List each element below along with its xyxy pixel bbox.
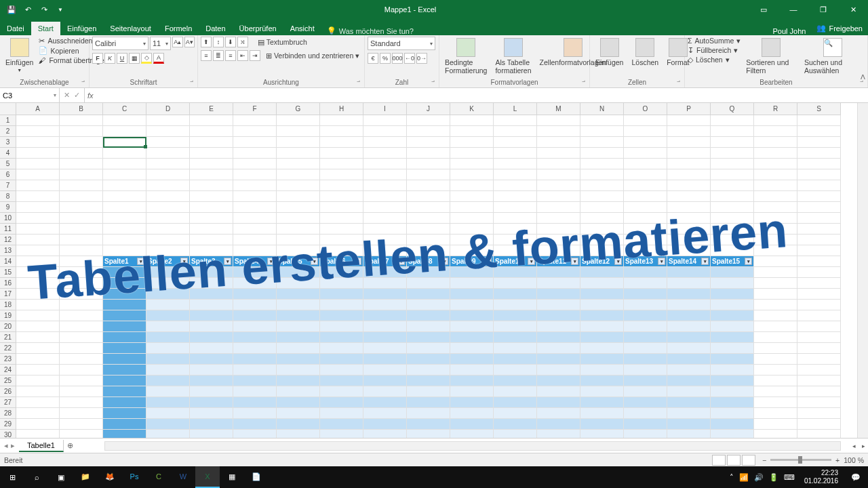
cell[interactable] <box>797 115 841 126</box>
table-body-cell[interactable] <box>537 343 580 354</box>
cell[interactable] <box>797 354 841 365</box>
row-header[interactable]: 18 <box>0 300 16 310</box>
cell[interactable] <box>580 191 624 202</box>
cell[interactable] <box>16 375 60 386</box>
column-header[interactable]: M <box>537 103 580 115</box>
close-icon[interactable]: ✕ <box>838 0 868 19</box>
cell[interactable] <box>407 202 450 213</box>
cell[interactable] <box>754 386 797 397</box>
cell[interactable] <box>146 169 190 180</box>
orientation-icon[interactable]: ⤭ <box>237 37 248 47</box>
cell[interactable] <box>580 202 624 213</box>
cell[interactable] <box>797 245 841 256</box>
italic-button[interactable]: K <box>104 53 115 64</box>
cell[interactable] <box>624 137 667 148</box>
table-body-cell[interactable] <box>450 397 494 408</box>
autosum-button[interactable]: Σ AutoSumme ▾ <box>688 37 741 45</box>
cell[interactable] <box>624 148 667 159</box>
cell[interactable] <box>711 148 754 159</box>
table-body-cell[interactable] <box>277 321 320 332</box>
cell[interactable] <box>624 191 667 202</box>
cell[interactable] <box>233 115 277 126</box>
table-body-cell[interactable] <box>537 375 580 386</box>
cell[interactable] <box>797 397 841 408</box>
font-color-button[interactable]: A <box>153 53 164 64</box>
tell-me-search[interactable]: 💡 Was möchten Sie tun? <box>321 26 419 35</box>
cell[interactable] <box>667 115 711 126</box>
table-body-cell[interactable] <box>277 343 320 354</box>
table-body-cell[interactable] <box>190 343 233 354</box>
table-body-cell[interactable] <box>494 310 537 321</box>
table-body-cell[interactable] <box>233 300 277 310</box>
table-body-cell[interactable] <box>711 386 754 397</box>
table-body-cell[interactable] <box>407 332 450 343</box>
cell[interactable] <box>754 354 797 365</box>
cell[interactable] <box>103 224 146 235</box>
cell[interactable] <box>277 159 320 169</box>
table-body-cell[interactable] <box>580 408 624 419</box>
table-body-cell[interactable] <box>407 419 450 430</box>
cell[interactable] <box>754 408 797 419</box>
cell[interactable] <box>407 159 450 169</box>
hscroll-left-icon[interactable]: ◂ <box>849 443 859 449</box>
zoom-slider[interactable] <box>770 459 831 461</box>
table-body-cell[interactable] <box>667 375 711 386</box>
cell[interactable] <box>363 169 407 180</box>
cell[interactable] <box>233 159 277 169</box>
table-body-cell[interactable] <box>667 300 711 310</box>
cell[interactable] <box>60 332 103 343</box>
cell[interactable] <box>363 115 407 126</box>
tab-insert[interactable]: Einfügen <box>60 22 103 35</box>
table-body-cell[interactable] <box>407 397 450 408</box>
row-header[interactable]: 2 <box>0 126 16 137</box>
table-body-cell[interactable] <box>277 310 320 321</box>
cell[interactable] <box>797 180 841 191</box>
row-header[interactable]: 29 <box>0 419 16 430</box>
cell[interactable] <box>233 148 277 159</box>
cell[interactable] <box>407 137 450 148</box>
table-body-cell[interactable] <box>624 375 667 386</box>
system-tray[interactable]: ˄ 📶 🔊 🔋 ⌨ <box>726 473 799 482</box>
table-body-cell[interactable] <box>103 419 146 430</box>
cell[interactable] <box>320 213 363 224</box>
cell[interactable] <box>146 202 190 213</box>
cell[interactable] <box>754 375 797 386</box>
align-middle-icon[interactable]: ↕ <box>213 37 224 47</box>
table-body-cell[interactable] <box>450 430 494 438</box>
row-header[interactable]: 25 <box>0 375 16 386</box>
taskbar-clock[interactable]: 22:2301.02.2016 <box>799 469 844 485</box>
align-top-icon[interactable]: ⬆ <box>201 37 212 47</box>
table-body-cell[interactable] <box>711 321 754 332</box>
table-body-cell[interactable] <box>233 310 277 321</box>
table-body-cell[interactable] <box>320 343 363 354</box>
row-header[interactable]: 12 <box>0 235 16 245</box>
cell[interactable] <box>797 289 841 300</box>
cell[interactable] <box>190 202 233 213</box>
cell[interactable] <box>146 115 190 126</box>
table-body-cell[interactable] <box>103 321 146 332</box>
table-body-cell[interactable] <box>580 300 624 310</box>
row-header[interactable]: 20 <box>0 321 16 332</box>
cell[interactable] <box>754 267 797 278</box>
table-body-cell[interactable] <box>190 310 233 321</box>
cell[interactable] <box>103 148 146 159</box>
table-body-cell[interactable] <box>190 386 233 397</box>
table-body-cell[interactable] <box>450 375 494 386</box>
row-header[interactable]: 10 <box>0 213 16 224</box>
row-header[interactable]: 28 <box>0 408 16 419</box>
table-body-cell[interactable] <box>537 321 580 332</box>
table-body-cell[interactable] <box>537 397 580 408</box>
wrap-text-button[interactable]: ▤ Textumbruch <box>258 38 307 46</box>
photoshop-icon[interactable]: Ps <box>122 466 146 488</box>
cell[interactable] <box>146 213 190 224</box>
table-body-cell[interactable] <box>233 397 277 408</box>
table-body-cell[interactable] <box>711 397 754 408</box>
table-body-cell[interactable] <box>580 375 624 386</box>
table-body-cell[interactable] <box>233 343 277 354</box>
table-body-cell[interactable] <box>190 397 233 408</box>
table-body-cell[interactable] <box>277 408 320 419</box>
increase-font-icon[interactable]: A▴ <box>172 37 182 47</box>
excel-icon[interactable]: X <box>195 466 220 488</box>
table-body-cell[interactable] <box>320 386 363 397</box>
align-bottom-icon[interactable]: ⬇ <box>225 37 236 47</box>
